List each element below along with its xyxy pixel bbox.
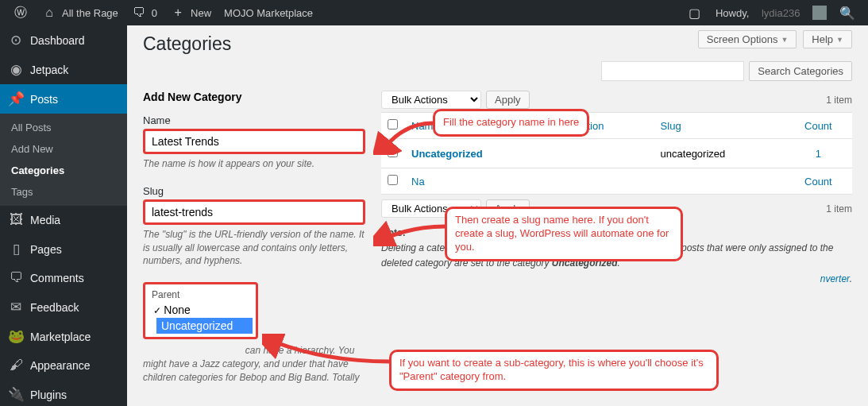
- admin-bar: ⓦ ⌂All the Rage 🗨0 +New MOJO Marketplace…: [0, 0, 868, 25]
- site-name: All the Rage: [62, 7, 118, 19]
- name-input[interactable]: [143, 129, 365, 154]
- page-icon: ▯: [8, 241, 24, 257]
- menu-label: Jetpack: [30, 64, 68, 76]
- parent-select[interactable]: Parent None Uncategorized: [143, 282, 258, 339]
- search-link[interactable]: 🔍: [833, 0, 862, 25]
- name-label: Name: [143, 114, 365, 126]
- comment-icon: 🗨: [131, 5, 147, 21]
- menu-dashboard[interactable]: ⊙Dashboard: [0, 25, 127, 55]
- menu-jetpack[interactable]: ◉Jetpack: [0, 55, 127, 84]
- pin-icon: 📌: [8, 91, 24, 107]
- submenu-categories[interactable]: Categories: [0, 160, 127, 181]
- bulk-actions-select[interactable]: Bulk Actions: [381, 91, 481, 109]
- comments-count: 0: [152, 7, 157, 19]
- jetpack-icon: ◉: [8, 61, 24, 78]
- screen-options-button[interactable]: Screen Options ▼: [698, 30, 797, 48]
- row-count[interactable]: 1: [816, 148, 821, 160]
- submenu-add-new[interactable]: Add New: [0, 138, 127, 160]
- marketplace-icon: 🐸: [8, 328, 24, 345]
- menu-feedback[interactable]: ✉Feedback: [0, 292, 127, 322]
- howdy-label: Howdy,: [716, 7, 749, 19]
- brush-icon: 🖌: [8, 358, 24, 373]
- feedback-icon: ✉: [8, 299, 24, 315]
- col-slug[interactable]: Slug: [654, 113, 785, 139]
- arrow-icon: [262, 334, 393, 373]
- menu-pages[interactable]: ▯Pages: [0, 234, 127, 264]
- chevron-down-icon: ▼: [836, 36, 843, 44]
- row-desc: [546, 139, 654, 168]
- new-label: New: [191, 7, 211, 19]
- menu-label: Dashboard: [30, 34, 85, 47]
- slug-desc: The "slug" is the URL-friendly version o…: [143, 228, 365, 268]
- media-icon: 🖾: [8, 212, 24, 228]
- site-link[interactable]: ⌂All the Rage: [35, 0, 125, 25]
- parent-label: Parent: [149, 288, 253, 302]
- table-row: Uncategorized uncategorized 1: [381, 139, 852, 168]
- menu-comments[interactable]: 🗨Comments: [0, 264, 127, 292]
- menu-posts[interactable]: 📌Posts: [0, 84, 127, 114]
- form-heading: Add New Category: [143, 91, 365, 103]
- parent-option-none[interactable]: None: [149, 302, 253, 318]
- home-icon: ⌂: [41, 5, 57, 21]
- mojo-label: MOJO Marketplace: [224, 7, 313, 19]
- bell-icon: ▢: [687, 5, 703, 21]
- col-name-foot[interactable]: Na: [405, 168, 546, 195]
- comment-icon: 🗨: [8, 270, 24, 286]
- slug-input[interactable]: [143, 199, 365, 225]
- help-button[interactable]: Help ▼: [803, 30, 852, 48]
- plugin-icon: 🔌: [8, 386, 24, 403]
- col-count[interactable]: Count: [785, 113, 852, 139]
- menu-label: Comments: [30, 272, 84, 284]
- dashboard-icon: ⊙: [8, 32, 24, 48]
- menu-label: Media: [30, 214, 60, 226]
- menu-label: Pages: [30, 243, 62, 256]
- menu-label: Appearance: [30, 359, 91, 372]
- apply-button[interactable]: Apply: [486, 91, 530, 109]
- menu-label: Marketplace: [30, 331, 91, 343]
- converter-link[interactable]: nverter: [820, 273, 850, 284]
- submenu-all-posts[interactable]: All Posts: [0, 117, 127, 138]
- arrow-icon: [373, 215, 449, 246]
- wordpress-icon: ⓦ: [13, 5, 29, 21]
- menu-plugins[interactable]: 🔌Plugins: [0, 380, 127, 406]
- menu-media[interactable]: 🖾Media: [0, 206, 127, 234]
- col-count-foot[interactable]: Count: [785, 168, 852, 195]
- row-slug: uncategorized: [654, 139, 785, 168]
- submenu-posts: All Posts Add New Categories Tags: [0, 114, 127, 206]
- notify-link[interactable]: ▢: [681, 0, 709, 25]
- mojo-link[interactable]: MOJO Marketplace: [218, 0, 319, 25]
- menu-label: Plugins: [30, 389, 67, 401]
- items-count-bottom: 1 item: [826, 203, 852, 215]
- search-categories-button[interactable]: Search Categories: [749, 61, 852, 81]
- submenu-tags[interactable]: Tags: [0, 181, 127, 203]
- wp-logo[interactable]: ⓦ: [6, 0, 35, 25]
- search-input[interactable]: [601, 61, 744, 81]
- plus-icon: +: [170, 5, 186, 21]
- new-link[interactable]: +New: [164, 0, 218, 25]
- items-count: 1 item: [826, 95, 852, 106]
- page-title: Categories: [143, 33, 231, 55]
- menu-label: Feedback: [30, 301, 79, 314]
- avatar: [812, 6, 827, 20]
- select-all-checkbox-foot[interactable]: [388, 175, 398, 185]
- parent-option-uncategorized[interactable]: Uncategorized: [156, 318, 253, 334]
- chevron-down-icon: ▼: [781, 36, 788, 44]
- search-icon: 🔍: [839, 5, 855, 21]
- comments-link[interactable]: 🗨0: [125, 0, 164, 25]
- arrow-icon: [373, 115, 437, 155]
- slug-label: Slug: [143, 185, 365, 197]
- menu-label: Posts: [30, 93, 58, 106]
- menu-marketplace[interactable]: 🐸Marketplace: [0, 322, 127, 351]
- callout-slug: Then create a slug name here. If you don…: [445, 207, 683, 261]
- admin-sidebar: ⊙Dashboard ◉Jetpack 📌Posts All Posts Add…: [0, 25, 127, 406]
- user-name: lydia236: [762, 7, 800, 19]
- menu-appearance[interactable]: 🖌Appearance: [0, 351, 127, 380]
- name-desc: The name is how it appears on your site.: [143, 157, 365, 171]
- callout-parent: If you want to create a sub-category, th…: [389, 350, 719, 391]
- howdy-link[interactable]: Howdy, lydia236: [709, 0, 833, 25]
- callout-name: Fill the category name in here: [433, 109, 589, 137]
- help-label: Help: [812, 33, 833, 45]
- screen-options-label: Screen Options: [707, 33, 778, 45]
